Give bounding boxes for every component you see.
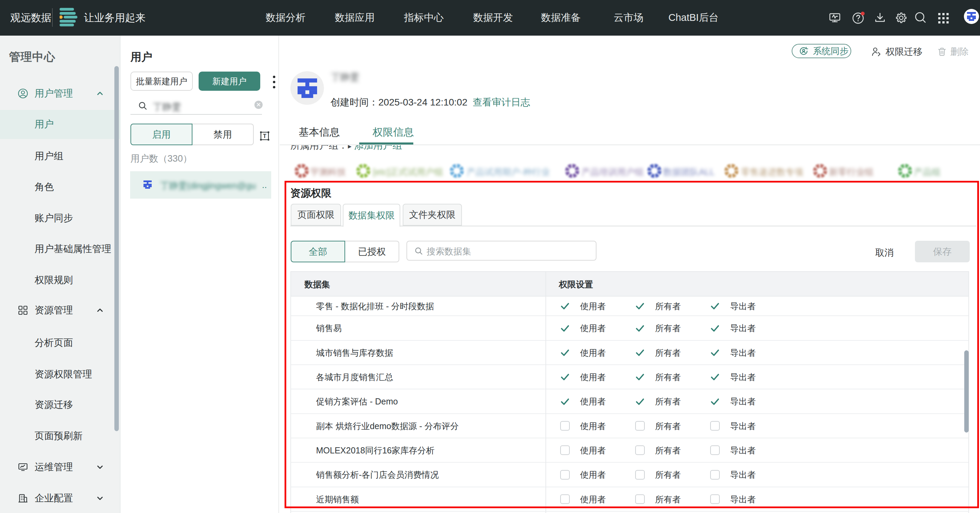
svg-text:T: T [263, 133, 266, 139]
